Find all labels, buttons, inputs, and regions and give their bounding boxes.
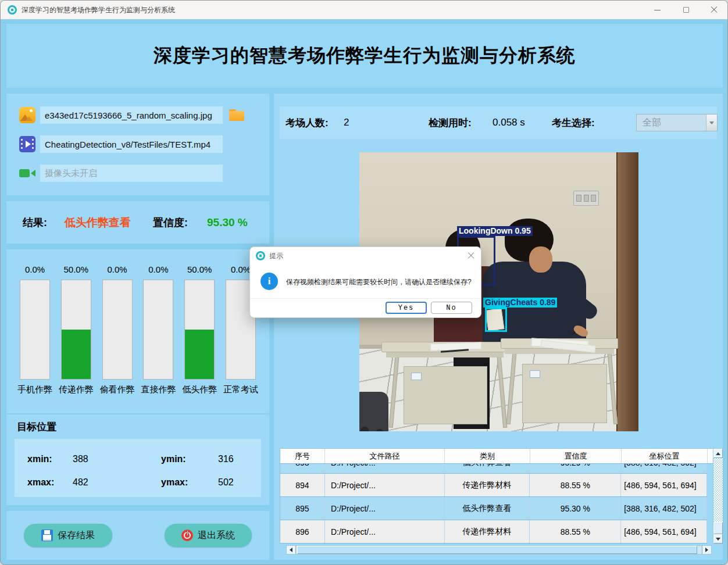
maximize-button[interactable]: [676, 1, 696, 19]
bar-column: 50.0%低头作弊: [179, 249, 220, 413]
table-cell: 893: [280, 464, 325, 474]
table-cell: 95.29 %: [530, 464, 621, 474]
table-cell: 低头作弊查看: [445, 497, 530, 520]
desk1-label: [411, 373, 422, 380]
app-icon: [8, 5, 17, 15]
student-select-label: 考生选择:: [552, 116, 595, 130]
detect-time-label: 检测用时:: [429, 116, 472, 130]
video-icon: [19, 136, 35, 152]
title-bar: 深度学习的智慧考场作弊学生行为监测与分析系统: [1, 1, 728, 19]
room-count-label: 考场人数:: [286, 116, 329, 130]
givingcheats-bbox: [485, 307, 507, 332]
video-file-field[interactable]: CheatingDetection_v8/TestFiles/TEST.mp4: [40, 135, 223, 153]
window-title: 深度学习的智慧考场作弊学生行为监测与分析系统: [22, 5, 175, 15]
minimize-button[interactable]: [647, 1, 667, 19]
exit-system-button[interactable]: 退出系统: [165, 524, 252, 547]
scroll-left-button[interactable]: [287, 546, 296, 554]
scroll-up-button[interactable]: [713, 449, 723, 458]
no-button[interactable]: No: [431, 302, 472, 314]
bar-column: 0.0%直接作弊: [138, 249, 179, 413]
table-cell: D:/Project/...: [325, 520, 445, 543]
triangle-up-icon: [716, 452, 720, 455]
scroll-right-button[interactable]: [702, 546, 711, 554]
table-cell: 传递作弊材料: [445, 520, 530, 543]
app-window: 深度学习的智慧考场作弊学生行为监测与分析系统 深度学习的智慧考场作弊学生行为监测…: [0, 0, 728, 565]
table-header-cell: 置信度: [530, 449, 622, 463]
table-header-row: 序号文件路径类别置信度坐标位置: [280, 448, 718, 464]
table-header-cell: 文件路径: [325, 449, 445, 463]
table-horizontal-scrollbar[interactable]: [286, 545, 712, 555]
target-position-panel: 目标位置 xmin: 388 ymin: 316 xmax: 482 ymax:…: [6, 414, 269, 505]
vertical-scroll-thumb[interactable]: [713, 522, 723, 534]
scroll-down-button[interactable]: [713, 534, 723, 543]
bar-column: 0.0%偷看作弊: [97, 249, 138, 413]
table-header-cell: 序号: [280, 449, 325, 463]
room-count-value: 2: [344, 117, 349, 128]
table-row[interactable]: 895D:/Project/...低头作弊查看95.30 %[388, 316,…: [280, 497, 707, 520]
save-button-label: 保存结果: [58, 530, 95, 542]
dialog-close-icon[interactable]: [467, 252, 475, 260]
bar-value-label: 50.0%: [56, 264, 97, 274]
table-row[interactable]: 893D:/Project/...低头作弊查看95.29 %[388, 316,…: [280, 464, 707, 474]
student-select-dropdown[interactable]: 全部: [636, 114, 718, 131]
dialog-title: 提示: [269, 251, 283, 261]
image-file-field[interactable]: e343ed17c5193666_5_random_scaling.jpg: [40, 106, 223, 124]
open-folder-icon[interactable]: [229, 108, 245, 123]
table-cell: 88.55 %: [530, 520, 621, 543]
table-cell: 894: [280, 474, 325, 497]
image-file-row: e343ed17c5193666_5_random_scaling.jpg: [6, 106, 269, 124]
result-panel: 结果: 低头作弊查看 置信度: 95.30 %: [6, 201, 269, 244]
table-cell: 896: [280, 520, 325, 543]
confidence-label: 置信度:: [153, 216, 188, 230]
result-label: 结果:: [23, 216, 47, 230]
table-row[interactable]: 894D:/Project/...传递作弊材料88.55 %[486, 594,…: [280, 474, 707, 497]
student2-face: [529, 246, 552, 273]
bar-category-label: 直接作弊: [138, 384, 179, 395]
triangle-right-icon: [705, 548, 708, 552]
actions-panel: 保存结果 退出系统: [6, 511, 269, 560]
exit-button-label: 退出系统: [198, 530, 235, 542]
xmin-label: xmin:: [27, 454, 52, 464]
dialog-footer: Yes No: [250, 298, 481, 317]
table-row[interactable]: 896D:/Project/...传递作弊材料88.55 %[486, 594,…: [280, 520, 707, 543]
table-body: 893D:/Project/...低头作弊查看95.29 %[388, 316,…: [280, 464, 707, 543]
table-header-cell: 坐标位置: [622, 449, 708, 463]
dropdown-button[interactable]: [706, 115, 717, 131]
confidence-value: 95.30 %: [207, 216, 248, 229]
horizontal-scroll-thumb[interactable]: [297, 546, 697, 554]
maximize-icon: [683, 7, 689, 13]
desk2-label: [530, 370, 540, 378]
probability-chart: 0.0%手机作弊50.0%传递作弊0.0%偷看作弊0.0%直接作弊50.0%低头…: [6, 249, 269, 413]
table-cell: D:/Project/...: [325, 464, 445, 474]
file-inputs-panel: e343ed17c5193666_5_random_scaling.jpg Ch…: [6, 94, 269, 195]
save-results-button[interactable]: 保存结果: [24, 524, 112, 547]
table-cell: 95.30 %: [530, 497, 621, 520]
bar-track: [143, 280, 173, 380]
bar-track: [20, 280, 50, 380]
desk2-panel: [522, 364, 607, 423]
dialog-title-bar: 提示: [250, 247, 481, 264]
dialog-message: 保存视频检测结果可能需要较长时间，请确认是否继续保存?: [286, 277, 472, 287]
triangle-left-icon: [290, 548, 292, 552]
table-vertical-scrollbar[interactable]: [713, 448, 723, 544]
table-header-cell: 类别: [445, 449, 530, 463]
bar-value-label: 50.0%: [179, 264, 220, 274]
image-icon: [19, 107, 35, 123]
yes-button[interactable]: Yes: [386, 302, 427, 314]
detection-panel: 考场人数: 2 检测用时: 0.058 s 考生选择: 全部: [274, 94, 723, 560]
desk1-edge: [386, 352, 504, 357]
table-cell: [486, 594, 561, 694]: [621, 520, 707, 543]
close-icon: [711, 6, 718, 13]
bar-category-label: 偷看作弊: [97, 384, 138, 395]
camera-status-field[interactable]: 摄像头未开启: [40, 165, 223, 182]
bar-track: [102, 280, 133, 380]
table-cell: 传递作弊材料: [445, 474, 530, 497]
close-button[interactable]: [704, 1, 724, 19]
lookingdown-detection-label: LookingDown 0.95: [457, 226, 533, 236]
minimize-icon: [654, 10, 661, 10]
bar-column: 0.0%手机作弊: [15, 249, 55, 413]
power-icon: [181, 530, 193, 541]
scene-wall-switch: [573, 191, 599, 206]
table-cell: [486, 594, 561, 694]: [621, 474, 707, 497]
detect-time-value: 0.058 s: [493, 117, 525, 128]
